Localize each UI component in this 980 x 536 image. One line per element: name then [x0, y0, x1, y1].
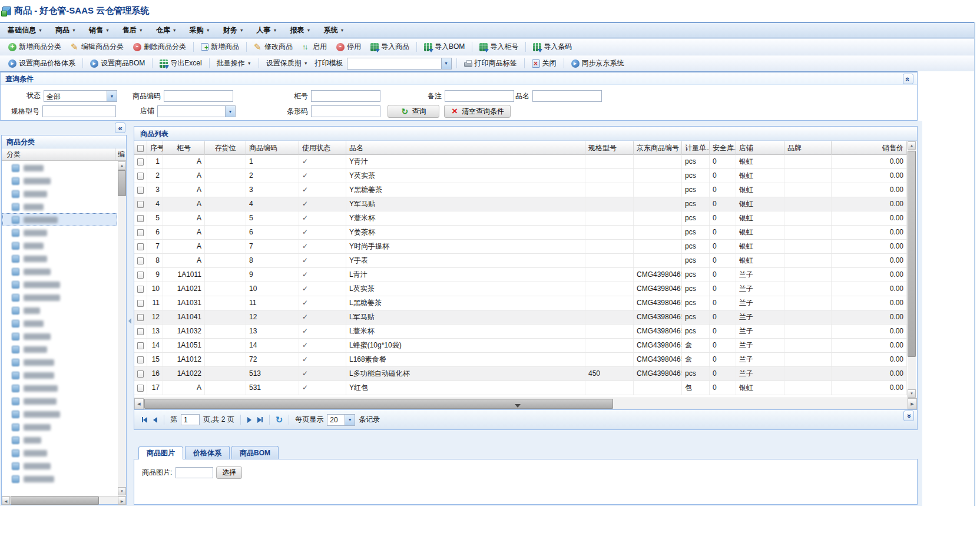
select-all-checkbox[interactable]: [137, 145, 144, 152]
toolbar-button-set-shelf-life[interactable]: 设置保质期▼: [261, 56, 313, 71]
scroll-left-icon[interactable]: ◀: [134, 398, 144, 409]
toolbar-button-close[interactable]: 关闭: [527, 56, 561, 71]
table-row[interactable]: 4A4✓Y军马贴pcs0银虹0.00: [134, 197, 907, 211]
query-input-product-code[interactable]: [164, 90, 233, 102]
table-row[interactable]: 3A3✓Y黑糖姜茶pcs0银虹0.00: [134, 183, 907, 197]
scroll-down-icon[interactable]: ▼: [118, 487, 126, 495]
toolbar-button-enable[interactable]: 启用: [297, 39, 332, 54]
chevron-down-icon[interactable]: ▼: [441, 58, 451, 69]
row-checkbox[interactable]: [137, 243, 144, 250]
toolbar-button-export-excel[interactable]: 导出Excel: [155, 56, 206, 71]
column-header-10[interactable]: 店铺: [736, 141, 784, 155]
menubar-item-3[interactable]: 售后▼: [116, 24, 150, 37]
column-header-7[interactable]: 京东商品编号: [634, 141, 682, 155]
tab-2[interactable]: 商品BOM: [231, 446, 279, 459]
category-tree-item[interactable]: [2, 317, 117, 330]
row-checkbox[interactable]: [137, 158, 144, 166]
collapse-query-button[interactable]: «: [903, 74, 913, 84]
row-checkbox[interactable]: [137, 286, 144, 293]
category-vertical-scrollbar[interactable]: ▲ ▼: [118, 161, 126, 495]
menubar-item-1[interactable]: 商品▼: [49, 24, 82, 37]
category-column-name[interactable]: 分类: [2, 148, 115, 160]
scroll-left-icon[interactable]: ◀: [2, 497, 10, 505]
scroll-up-icon[interactable]: ▲: [118, 161, 126, 170]
column-header-8[interactable]: 计量单...: [682, 141, 710, 155]
row-checkbox[interactable]: [137, 272, 144, 279]
scroll-up-icon[interactable]: ▲: [908, 141, 916, 150]
menubar-item-8[interactable]: 报表▼: [284, 24, 317, 37]
menubar-item-9[interactable]: 系统▼: [317, 24, 350, 37]
category-tree-item[interactable]: [2, 226, 117, 239]
column-header-9[interactable]: 安全库...: [710, 141, 736, 155]
scrollbar-thumb[interactable]: [144, 399, 613, 409]
category-column-code[interactable]: 编: [115, 148, 126, 160]
row-checkbox[interactable]: [137, 300, 144, 307]
category-tree-item[interactable]: [2, 343, 117, 356]
table-row[interactable]: 5A5✓Y薏米杯pcs0银虹0.00: [134, 211, 907, 226]
menubar-item-0[interactable]: 基础信息▼: [1, 24, 49, 37]
category-tree-item[interactable]: [2, 446, 117, 459]
toolbar-button-set-price-system[interactable]: 设置商品价格体系: [4, 56, 80, 71]
category-tree-item[interactable]: [2, 187, 117, 200]
table-row[interactable]: 141A105114✓L蜂蜜(10g*10袋)CMG43980465...盒0兰…: [134, 339, 907, 353]
query-input-remark[interactable]: [445, 90, 514, 102]
row-checkbox[interactable]: [137, 201, 144, 208]
toolbar-button-import-cabinet[interactable]: 导入柜号: [475, 39, 523, 54]
row-checkbox[interactable]: [137, 356, 144, 363]
table-row[interactable]: 161A1022513✓L多功能自动磁化杯450CMG43980465...pc…: [134, 367, 907, 381]
category-tree-item[interactable]: [2, 421, 117, 434]
search-button[interactable]: 查询: [388, 105, 439, 118]
row-checkbox[interactable]: [137, 314, 144, 321]
column-header-12[interactable]: 销售价: [832, 141, 907, 155]
tab-0[interactable]: 商品图片: [138, 446, 183, 459]
table-row[interactable]: 101A102110✓L芡实茶CMG43980465...pcs0兰子0.00: [134, 282, 907, 296]
chevron-down-icon[interactable]: ▼: [345, 415, 355, 425]
category-tree-item[interactable]: [2, 382, 117, 395]
first-page-button[interactable]: [142, 417, 147, 423]
menubar-item-7[interactable]: 人事▼: [250, 24, 284, 37]
column-header-4[interactable]: 使用状态: [299, 141, 346, 155]
toolbar-button-disable[interactable]: 停用: [332, 39, 366, 54]
row-checkbox[interactable]: [137, 370, 144, 378]
row-checkbox[interactable]: [137, 229, 144, 236]
row-checkbox[interactable]: [137, 215, 144, 222]
prev-page-button[interactable]: [153, 417, 157, 423]
toolbar-button-import-product[interactable]: 导入商品: [366, 39, 414, 54]
category-tree-item[interactable]: [2, 434, 117, 446]
next-page-button[interactable]: [247, 417, 251, 423]
toolbar-button-edit-product[interactable]: 修改商品: [249, 39, 297, 54]
query-input-barcode[interactable]: [311, 105, 380, 117]
row-checkbox[interactable]: [137, 173, 144, 180]
refresh-icon[interactable]: ↻: [276, 415, 283, 425]
toolbar-button-set-product-bom[interactable]: 设置商品BOM: [85, 56, 150, 71]
tab-1[interactable]: 价格体系: [185, 446, 230, 459]
row-checkbox[interactable]: [137, 385, 144, 392]
collapse-bottom-panel-button[interactable]: «: [903, 411, 914, 421]
table-row[interactable]: 17A531✓Y红包包0银虹0.00: [134, 381, 907, 395]
row-checkbox[interactable]: [137, 257, 144, 264]
category-tree-item[interactable]: [2, 200, 117, 213]
column-header-11[interactable]: 品牌: [784, 141, 832, 155]
toolbar-button-sync-jd[interactable]: 同步京东系统: [567, 56, 629, 71]
chevron-down-icon[interactable]: ▼: [225, 106, 235, 117]
menubar-item-6[interactable]: 财务▼: [217, 24, 250, 37]
scroll-down-icon[interactable]: ▼: [908, 389, 916, 398]
toolbar-button-edit-category[interactable]: 编辑商品分类: [66, 39, 128, 54]
table-row[interactable]: 7A7✓Y时尚手提杯pcs0银虹0.00: [134, 240, 907, 254]
chevron-down-icon[interactable]: ▼: [107, 91, 117, 101]
category-tree-item[interactable]: [2, 278, 117, 291]
menubar-item-2[interactable]: 销售▼: [82, 24, 116, 37]
query-input-product-name[interactable]: [532, 90, 602, 102]
product-image-input[interactable]: [176, 467, 213, 478]
column-header-5[interactable]: 品名: [346, 141, 585, 155]
menubar-item-4[interactable]: 仓库▼: [150, 24, 183, 37]
category-tree-item[interactable]: [2, 459, 117, 472]
table-row[interactable]: 8A8✓Y手表pcs0银虹0.00: [134, 254, 907, 268]
sidebar-splitter-collapse-icon[interactable]: [128, 318, 131, 324]
column-header-3[interactable]: 商品编码: [246, 141, 299, 155]
category-tree-item[interactable]: [2, 369, 117, 382]
category-tree-item[interactable]: [2, 265, 117, 278]
menubar-item-5[interactable]: 采购▼: [183, 24, 217, 37]
category-tree-item[interactable]: [2, 239, 117, 252]
category-tree-item[interactable]: [2, 408, 117, 421]
